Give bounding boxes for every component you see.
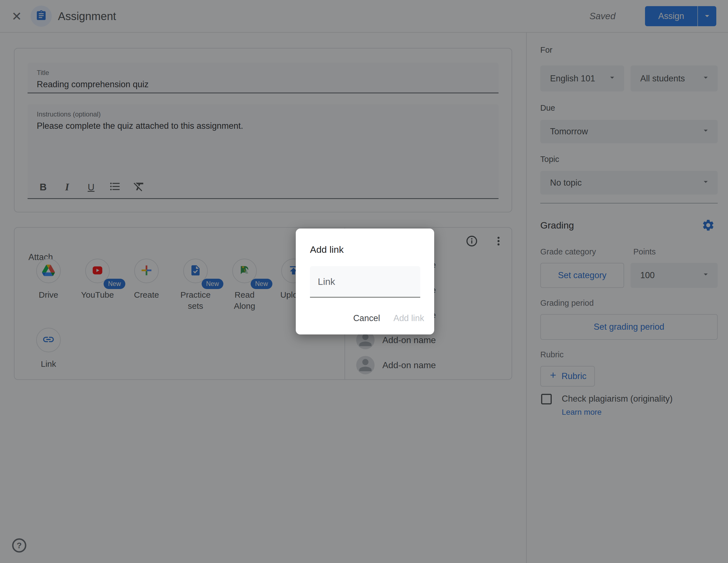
cancel-button[interactable]: Cancel [353,313,380,323]
link-input[interactable] [310,266,420,297]
add-link-dialog: Add link Cancel Add link [296,228,434,335]
dialog-actions: Cancel Add link [353,313,424,323]
dialog-title: Add link [310,244,344,255]
link-input-field [310,266,420,298]
add-link-button[interactable]: Add link [394,313,424,323]
